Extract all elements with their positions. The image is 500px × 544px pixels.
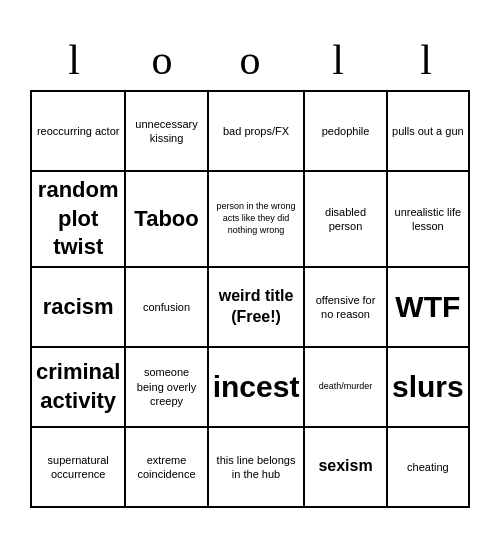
cell-2: bad props/FX [209, 92, 306, 172]
cell-21: extreme coincidence [126, 428, 208, 508]
title-letter-4: l [294, 36, 382, 84]
cell-22: this line belongs in the hub [209, 428, 306, 508]
cell-24: cheating [388, 428, 470, 508]
cell-13: offensive for no reason [305, 268, 387, 348]
cell-0: reoccurring actor [32, 92, 126, 172]
title-letter-2: o [118, 36, 206, 84]
cell-4: pulls out a gun [388, 92, 470, 172]
cell-20: supernatural occurrence [32, 428, 126, 508]
title-letter-3: o [206, 36, 294, 84]
cell-7: person in the wrong acts like they did n… [209, 172, 306, 268]
cell-23: sexism [305, 428, 387, 508]
cell-12: weird title (Free!) [209, 268, 306, 348]
title-letter-1: l [30, 36, 118, 84]
cell-3: pedophile [305, 92, 387, 172]
bingo-card: l o o l l reoccurring actor unnecessary … [20, 26, 480, 518]
cell-16: someone being overly creepy [126, 348, 208, 428]
cell-19: slurs [388, 348, 470, 428]
title-letter-5: l [382, 36, 470, 84]
cell-5: random plot twist [32, 172, 126, 268]
cell-8: disabled person [305, 172, 387, 268]
cell-17: incest [209, 348, 306, 428]
cell-1: unnecessary kissing [126, 92, 208, 172]
cell-18: death/murder [305, 348, 387, 428]
cell-15: criminal activity [32, 348, 126, 428]
bingo-grid: reoccurring actor unnecessary kissing ba… [30, 90, 470, 508]
cell-10: racism [32, 268, 126, 348]
cell-6: Taboo [126, 172, 208, 268]
cell-9: unrealistic life lesson [388, 172, 470, 268]
cell-14: WTF [388, 268, 470, 348]
cell-11: confusion [126, 268, 208, 348]
bingo-title: l o o l l [30, 36, 470, 84]
